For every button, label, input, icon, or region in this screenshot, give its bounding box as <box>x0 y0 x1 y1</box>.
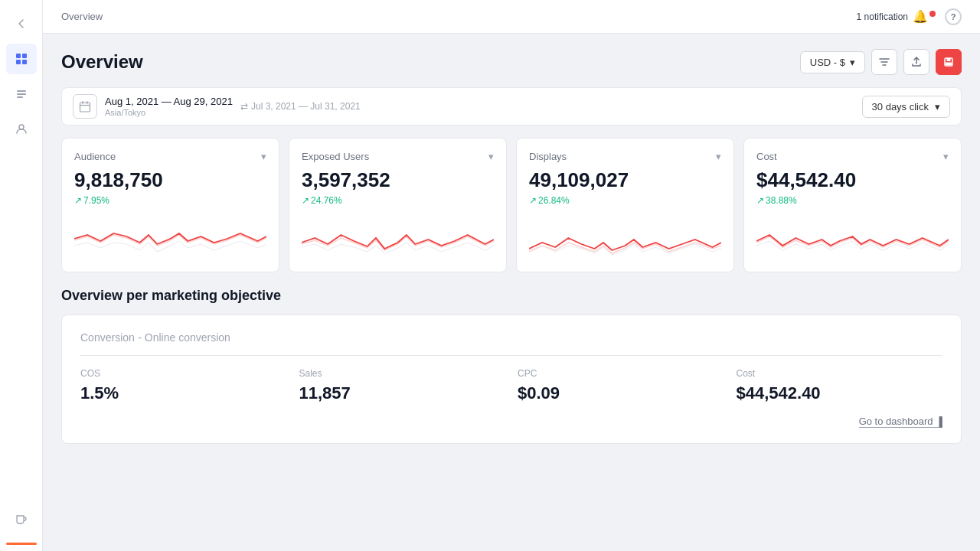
metric-dropdown-audience[interactable]: ▾ <box>261 151 266 162</box>
metric-card-cost: Cost ▾ $44,542.40 ↗ 38.88% <box>743 138 962 272</box>
metric-change-text-audience: 7.95% <box>83 195 109 206</box>
go-to-dashboard-link[interactable]: Go to dashboard ▐ <box>859 416 942 428</box>
sidebar-back[interactable] <box>6 8 37 39</box>
conv-value-sales: 11,857 <box>299 383 506 403</box>
filter-button[interactable] <box>871 49 897 75</box>
svg-rect-10 <box>946 63 952 66</box>
question-mark-icon: ? <box>951 12 956 21</box>
go-to-dashboard-text: Go to dashboard <box>859 416 933 427</box>
conversion-card: Conversion - Online conversion COS 1.5% … <box>61 315 962 444</box>
arrow-up-icon-exposed: ↗ <box>302 195 309 206</box>
svg-rect-4 <box>17 90 26 92</box>
svg-rect-0 <box>16 54 21 58</box>
conv-label-cpc: CPC <box>518 368 724 379</box>
date-info: Aug 1, 2021 — Aug 29, 2021 Asia/Tokyo <box>105 96 233 117</box>
svg-rect-2 <box>16 60 21 64</box>
metric-label-displays: Displays <box>529 151 567 162</box>
topbar-right: 1 notification 🔔 ? <box>857 8 962 25</box>
conversion-title: Conversion <box>80 331 135 344</box>
metric-change-cost: ↗ 38.88% <box>756 195 949 206</box>
sparkline-area-cost <box>756 214 949 259</box>
sidebar <box>0 0 43 551</box>
timezone-text: Asia/Tokyo <box>105 108 233 117</box>
header-actions: USD - $ ▾ <box>800 49 962 75</box>
sidebar-item-home[interactable] <box>6 44 37 74</box>
metric-change-exposed: ↗ 24.76% <box>302 195 494 206</box>
metric-change-text-exposed: 24.76% <box>311 195 342 206</box>
svg-rect-6 <box>17 96 23 98</box>
conversion-footer: Go to dashboard ▐ <box>80 416 942 428</box>
metric-card-audience: Audience ▾ 9,818,750 ↗ 7.95% <box>61 138 279 272</box>
svg-point-7 <box>19 125 24 129</box>
svg-rect-3 <box>22 60 27 64</box>
metric-value-audience: 9,818,750 <box>74 168 266 192</box>
content-area: Overview USD - $ ▾ <box>43 34 980 551</box>
conv-metric-cos: COS 1.5% <box>80 368 287 403</box>
metric-header-exposed: Exposed Users ▾ <box>302 151 494 162</box>
metric-change-audience: ↗ 7.95% <box>74 195 266 206</box>
conv-label-cost: Cost <box>737 368 943 379</box>
svg-rect-11 <box>80 103 90 112</box>
notification-area[interactable]: 1 notification 🔔 <box>857 9 936 24</box>
svg-rect-5 <box>17 93 26 95</box>
metric-dropdown-exposed[interactable]: ▾ <box>488 151 494 162</box>
currency-label: USD - $ <box>810 57 845 68</box>
arrow-up-icon-displays: ↗ <box>529 195 537 206</box>
sidebar-bottom-bar <box>6 543 37 545</box>
metric-label-exposed: Exposed Users <box>302 151 369 162</box>
topbar: Overview 1 notification 🔔 ? <box>43 0 980 34</box>
metric-value-exposed: 3,597,352 <box>302 168 494 192</box>
save-button[interactable] <box>936 49 962 75</box>
days-filter-label: 30 days click <box>872 101 929 112</box>
metric-dropdown-displays[interactable]: ▾ <box>716 151 721 162</box>
conv-metric-cost: Cost $44,542.40 <box>737 368 943 403</box>
sidebar-item-users[interactable] <box>6 114 37 145</box>
conv-value-cost: $44,542.40 <box>737 383 943 403</box>
conv-metric-cpc: CPC $0.09 <box>518 368 724 403</box>
metric-header-cost: Cost ▾ <box>756 151 949 162</box>
currency-selector[interactable]: USD - $ ▾ <box>800 51 865 73</box>
metric-change-text-displays: 26.84% <box>538 195 570 206</box>
breadcrumb: Overview <box>61 11 103 22</box>
share-button[interactable] <box>903 49 929 75</box>
page-title: Overview <box>61 51 143 73</box>
currency-chevron-icon: ▾ <box>850 57 855 68</box>
days-filter-selector[interactable]: 30 days click ▾ <box>862 96 950 118</box>
date-range-text: Aug 1, 2021 — Aug 29, 2021 <box>105 96 233 107</box>
compare-arrow-icon: ⇄ <box>240 101 248 112</box>
sparkline-area-displays <box>529 214 721 259</box>
metric-label-audience: Audience <box>74 151 116 162</box>
conversion-subtitle: - Online conversion <box>138 331 230 344</box>
calendar-icon[interactable] <box>73 94 97 119</box>
sidebar-item-layers[interactable] <box>6 79 37 109</box>
metric-card-exposed: Exposed Users ▾ 3,597,352 ↗ 24.76% <box>289 138 507 272</box>
sidebar-bottom <box>6 500 37 545</box>
main-area: Overview 1 notification 🔔 ? Overview USD… <box>43 0 980 551</box>
conv-label-sales: Sales <box>299 368 506 379</box>
svg-rect-9 <box>947 58 951 61</box>
metric-header-audience: Audience ▾ <box>74 151 266 162</box>
compare-date: ⇄ Jul 3, 2021 — Jul 31, 2021 <box>240 101 361 112</box>
metric-dropdown-cost[interactable]: ▾ <box>943 151 949 162</box>
conversion-metrics: COS 1.5% Sales 11,857 CPC $0.09 Cost $44… <box>80 368 942 403</box>
days-filter-chevron-icon: ▾ <box>935 101 940 112</box>
section-title: Overview per marketing objective <box>61 288 962 304</box>
metric-card-displays: Displays ▾ 49,109,027 ↗ 26.84% <box>516 138 734 272</box>
conv-label-cos: COS <box>80 368 287 379</box>
conversion-header: Conversion - Online conversion <box>80 331 942 356</box>
compare-range-text: Jul 3, 2021 — Jul 31, 2021 <box>251 101 361 112</box>
svg-rect-1 <box>22 54 27 58</box>
sidebar-item-coffee[interactable] <box>6 503 37 533</box>
sparkline-area-audience <box>74 214 266 259</box>
page-header: Overview USD - $ ▾ <box>61 49 962 75</box>
date-left: Aug 1, 2021 — Aug 29, 2021 Asia/Tokyo ⇄ … <box>73 94 361 119</box>
notif-dot <box>929 11 936 17</box>
notification-bell-icon: 🔔 <box>913 9 928 24</box>
metric-change-displays: ↗ 26.84% <box>529 195 721 206</box>
conv-value-cpc: $0.09 <box>518 383 724 403</box>
arrow-up-icon-audience: ↗ <box>74 195 82 206</box>
help-button[interactable]: ? <box>945 8 962 25</box>
metric-label-cost: Cost <box>756 151 777 162</box>
metric-value-cost: $44,542.40 <box>756 168 949 192</box>
metric-value-displays: 49,109,027 <box>529 168 721 192</box>
